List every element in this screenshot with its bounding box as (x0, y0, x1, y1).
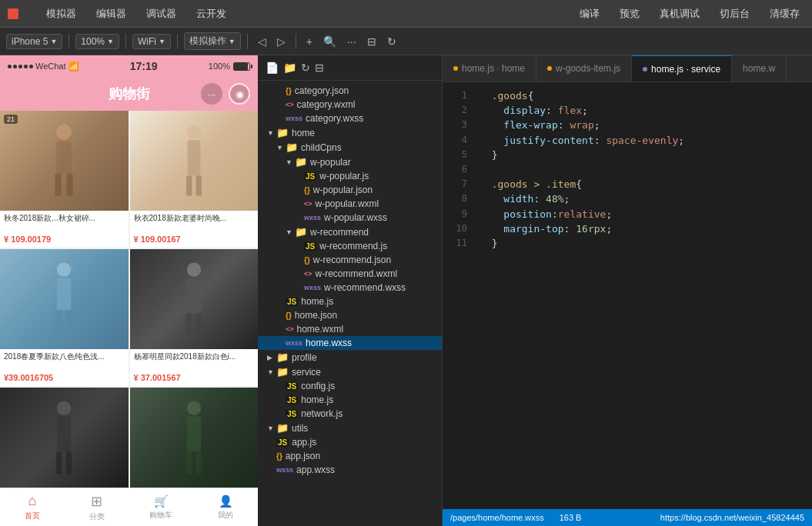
tab-dot-js2 (547, 66, 552, 71)
tree-item-category-wxml[interactable]: <> category.wxml (258, 98, 442, 112)
device-bar: iPhone 5 ▼ 100% ▼ WiFi ▼ 模拟操作 ▼ ◁ ▷ + 🔍 … (0, 28, 812, 55)
new-file-icon[interactable]: 📄 (266, 62, 279, 74)
file-name: app.json (286, 451, 320, 461)
tree-item-home-wxss[interactable]: wxss home.wxss (258, 336, 442, 350)
tree-item-wpopular-js[interactable]: JS w-popular.js (258, 169, 442, 183)
folder-name: home (292, 128, 315, 138)
file-name: w-popular.js (319, 171, 369, 181)
toolbar-real-debug[interactable]: 真机调试 (655, 4, 704, 24)
zoom-selector[interactable]: 100% ▼ (75, 34, 119, 49)
svg-rect-5 (187, 140, 200, 175)
svg-point-4 (187, 125, 201, 138)
toolbar-simulator[interactable]: 模拟器 (42, 4, 81, 24)
device-selector[interactable]: iPhone 5 ▼ (6, 34, 62, 49)
new-folder-icon[interactable]: 📁 (283, 62, 296, 74)
tab-home[interactable]: ⌂ 首页 (0, 488, 65, 526)
tree-item-wpopular-json[interactable]: {} w-popular.json (258, 183, 442, 197)
code-line-11: } (480, 236, 806, 251)
svg-rect-6 (186, 175, 192, 196)
tree-item-home-folder[interactable]: ▼ 📁 home (258, 125, 442, 140)
tree-item-wrecommend-js[interactable]: JS w-recommend.js (258, 239, 442, 253)
toolbar-compile[interactable]: 编译 (575, 4, 604, 24)
tree-item-category-wxss[interactable]: wxss category.wxss (258, 112, 442, 125)
list-item[interactable]: 2018春夏季新款八色纯色浅... ¥39.0016705 (0, 249, 129, 386)
tree-item-service[interactable]: ▼ 📁 service (258, 365, 442, 379)
tab-home-w[interactable]: home.w (732, 55, 787, 82)
tree-item-app-js[interactable]: JS app.js (258, 435, 442, 449)
tree-item-wpopular-wxml[interactable]: <> w-popular.wxml (258, 197, 442, 211)
tree-item-config-js[interactable]: JS config.js (258, 379, 442, 393)
tab-wgoods-item[interactable]: w-goods-item.js (536, 55, 632, 82)
zoom-value: 100% (81, 36, 105, 47)
nav-dots-btn[interactable]: ··· (201, 83, 222, 105)
toolbar-background[interactable]: 切后台 (715, 4, 754, 24)
list-item[interactable] (130, 388, 259, 488)
tab-category[interactable]: ⊞ 分类 (65, 488, 129, 526)
tree-item-childcpns[interactable]: ▼ 📁 childCpns (258, 140, 442, 155)
nav-record-btn[interactable]: ◉ (229, 83, 250, 105)
toolbar-preview[interactable]: 预览 (615, 4, 644, 24)
tree-item-wpopular-wxss[interactable]: wxss w-popular.wxss (258, 211, 442, 225)
list-item[interactable]: 杨幂明星同款2018新款白色i... ¥ 37.001567 (130, 249, 259, 386)
tab-home-service[interactable]: home.js · service (632, 55, 732, 82)
toolbar-editor[interactable]: 编辑器 (92, 4, 131, 24)
action-selector[interactable]: 模拟操作 ▼ (184, 32, 241, 50)
code-line-4: justify-content: space-evenly; (480, 133, 806, 148)
nav-title: 购物街 (109, 85, 150, 103)
tree-item-app-json[interactable]: {} app.json (258, 449, 442, 463)
list-item[interactable] (0, 388, 129, 488)
tree-item-wrecommend-wxss[interactable]: wxss w-recommend.wxss (258, 281, 442, 295)
tree-item-home-json[interactable]: {} home.json (258, 308, 442, 322)
list-item[interactable]: 秋衣2018新款老婆时尚晚... ¥ 109.00167 (130, 111, 259, 248)
signal-dot-4 (24, 65, 28, 68)
js-icon: JS (286, 396, 298, 404)
wxml-icon: <> (286, 101, 294, 108)
tab-dot-wxss (643, 67, 647, 72)
list-item[interactable]: 21 秋冬2018新款...秋女裙碎... ¥ 109.00179 (0, 111, 129, 248)
tree-item-category-json[interactable]: {} category.json (258, 84, 442, 98)
code-text-area[interactable]: .goods{ display: flex; flex-wrap: wrap; … (473, 82, 812, 509)
tab-label: w-goods-item.js (556, 63, 620, 74)
js-icon: JS (304, 172, 316, 181)
tree-item-home-wxml[interactable]: <> home.wxml (258, 322, 442, 336)
toolbar-cloud[interactable]: 云开发 (192, 4, 231, 24)
network-selector[interactable]: WiFi ▼ (132, 34, 171, 49)
editor-footer: /pages/home/home.wxss 163 B https://blog… (443, 509, 812, 526)
toolbar-debugger[interactable]: 调试器 (142, 4, 181, 24)
tree-item-wrecommend-wxml[interactable]: <> w-recommend.wxml (258, 267, 442, 281)
tree-item-network-js[interactable]: JS network.js (258, 407, 442, 421)
rotate-right-btn[interactable]: ▷ (273, 32, 289, 51)
toolbar-clear-cache[interactable]: 清缓存 (765, 4, 804, 24)
explorer-icon-group: 📄 📁 ↻ ⊟ (266, 62, 324, 74)
tab-mine[interactable]: 👤 我的 (193, 488, 258, 526)
tree-item-service-home-js[interactable]: JS home.js (258, 393, 442, 407)
footer-url: https://blog.csdn.net/weixin_45824445 (660, 513, 804, 522)
tree-item-profile[interactable]: ▶ 📁 profile (258, 350, 442, 365)
tree-item-app-wxss[interactable]: wxss app.wxss (258, 463, 442, 477)
collapse-icon[interactable]: ⊟ (315, 62, 324, 74)
search-btn[interactable]: 🔍 (319, 32, 340, 51)
tree-item-home-js[interactable]: JS home.js (258, 295, 442, 308)
rotate-left-btn[interactable]: ◁ (254, 32, 270, 51)
rotate-btn[interactable]: ↻ (383, 32, 400, 51)
add-btn[interactable]: + (302, 32, 316, 51)
tree-item-wpopular[interactable]: ▼ 📁 w-popular (258, 155, 442, 169)
tree-item-wrecommend[interactable]: ▼ 📁 w-recommend (258, 225, 442, 239)
layout-btn[interactable]: ⊟ (363, 32, 380, 51)
svg-rect-7 (195, 175, 202, 196)
device-name: iPhone 5 (12, 36, 48, 47)
refresh-icon[interactable]: ↻ (301, 62, 310, 74)
file-name: home.wxml (297, 324, 344, 335)
product-name-3: 2018春夏季新款八色纯色浅... (4, 351, 125, 371)
tree-item-wrecommend-json[interactable]: {} w-recommend.json (258, 253, 442, 267)
tab-home-label: 首页 (25, 511, 40, 521)
file-name: w-popular.wxss (324, 212, 387, 223)
phone-status-bar: WeChat 📶 17:19 100% (0, 55, 258, 77)
tree-item-utils[interactable]: ▼ 📁 utils (258, 421, 442, 435)
tab-cart[interactable]: 🛒 购物车 (129, 488, 194, 526)
more-btn[interactable]: ··· (343, 32, 360, 51)
status-left: WeChat 📶 (8, 62, 79, 72)
tab-home-js[interactable]: home.js · home (443, 55, 536, 82)
product-name-4: 杨幂明星同款2018新款白色i... (134, 351, 255, 371)
file-name: w-recommend.js (319, 241, 387, 251)
